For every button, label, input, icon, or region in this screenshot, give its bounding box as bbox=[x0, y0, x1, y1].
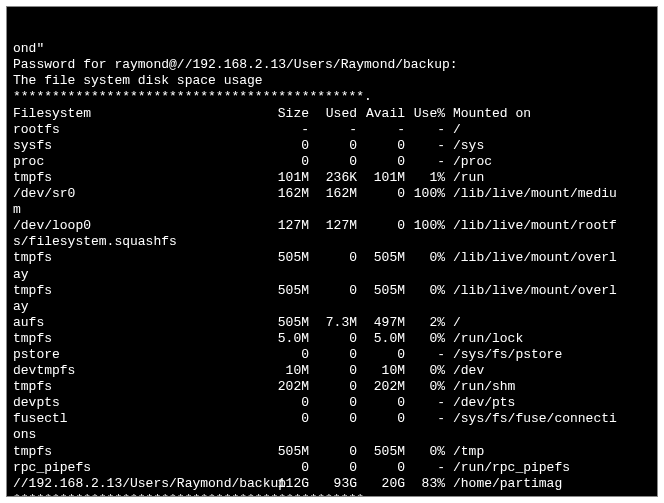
table-header: FilesystemSizeUsedAvailUse%Mounted on bbox=[13, 106, 651, 122]
cell-filesystem: tmpfs bbox=[13, 250, 261, 266]
cell-used: 0 bbox=[309, 154, 357, 170]
cell-filesystem: aufs bbox=[13, 315, 261, 331]
cell-mounted-on: /sys/fs/pstore bbox=[445, 347, 562, 363]
cell-used: 7.3M bbox=[309, 315, 357, 331]
terminal-window[interactable]: ond"Password for raymond@//192.168.2.13/… bbox=[6, 6, 658, 497]
cell-use-pct: - bbox=[405, 122, 445, 138]
cell-avail: 0 bbox=[357, 186, 405, 202]
wrapped-continuation: ay bbox=[13, 299, 651, 315]
table-row: sysfs000-/sys bbox=[13, 138, 651, 154]
cell-size: 10M bbox=[261, 363, 309, 379]
cell-use-pct: 83% bbox=[405, 476, 445, 492]
table-row: //192.168.2.13/Users/Raymond/backup112G9… bbox=[13, 476, 651, 492]
cell-avail: 0 bbox=[357, 154, 405, 170]
cell-filesystem: //192.168.2.13/Users/Raymond/backup bbox=[13, 476, 261, 492]
cell-use-pct: 0% bbox=[405, 444, 445, 460]
cell-filesystem: rootfs bbox=[13, 122, 261, 138]
cell-used: 0 bbox=[309, 138, 357, 154]
cell-used: 162M bbox=[309, 186, 357, 202]
cell-mounted-on: /sys bbox=[445, 138, 484, 154]
cell-use-pct: - bbox=[405, 138, 445, 154]
cell-filesystem: tmpfs bbox=[13, 444, 261, 460]
cell-filesystem: /dev/sr0 bbox=[13, 186, 261, 202]
col-use-pct: Use% bbox=[405, 106, 445, 122]
output-line: ond" bbox=[13, 41, 651, 57]
cell-avail: 505M bbox=[357, 444, 405, 460]
cell-mounted-on: /proc bbox=[445, 154, 492, 170]
cell-used: 236K bbox=[309, 170, 357, 186]
cell-used: 0 bbox=[309, 411, 357, 427]
cell-filesystem: fusectl bbox=[13, 411, 261, 427]
cell-filesystem: devtmpfs bbox=[13, 363, 261, 379]
cell-mounted-on: /run/rpc_pipefs bbox=[445, 460, 570, 476]
col-used: Used bbox=[309, 106, 357, 122]
cell-filesystem: tmpfs bbox=[13, 331, 261, 347]
cell-mounted-on: /tmp bbox=[445, 444, 484, 460]
cell-size: 0 bbox=[261, 154, 309, 170]
table-row: /dev/loop0127M127M0100%/lib/live/mount/r… bbox=[13, 218, 651, 234]
cell-avail: 0 bbox=[357, 218, 405, 234]
cell-use-pct: - bbox=[405, 154, 445, 170]
col-size: Size bbox=[261, 106, 309, 122]
cell-used: 0 bbox=[309, 283, 357, 299]
cell-filesystem: tmpfs bbox=[13, 283, 261, 299]
col-mounted-on: Mounted on bbox=[445, 106, 531, 122]
cell-mounted-on: /run bbox=[445, 170, 484, 186]
cell-use-pct: - bbox=[405, 460, 445, 476]
output-line: ****************************************… bbox=[13, 89, 651, 105]
cell-size: 101M bbox=[261, 170, 309, 186]
cell-avail: 505M bbox=[357, 283, 405, 299]
output-line: ****************************************… bbox=[13, 492, 651, 497]
cell-filesystem: /dev/loop0 bbox=[13, 218, 261, 234]
cell-size: 0 bbox=[261, 411, 309, 427]
table-row: /dev/sr0162M162M0100%/lib/live/mount/med… bbox=[13, 186, 651, 202]
cell-use-pct: 0% bbox=[405, 331, 445, 347]
cell-used: 0 bbox=[309, 444, 357, 460]
cell-size: 0 bbox=[261, 460, 309, 476]
cell-mounted-on: /lib/live/mount/overl bbox=[445, 250, 617, 266]
cell-used: 0 bbox=[309, 331, 357, 347]
cell-size: 0 bbox=[261, 138, 309, 154]
cell-mounted-on: /sys/fs/fuse/connecti bbox=[445, 411, 617, 427]
col-avail: Avail bbox=[357, 106, 405, 122]
cell-avail: 497M bbox=[357, 315, 405, 331]
cell-mounted-on: /run/lock bbox=[445, 331, 523, 347]
cell-avail: 10M bbox=[357, 363, 405, 379]
cell-size: 202M bbox=[261, 379, 309, 395]
cell-mounted-on: /home/partimag bbox=[445, 476, 562, 492]
cell-avail: 0 bbox=[357, 347, 405, 363]
cell-filesystem: sysfs bbox=[13, 138, 261, 154]
table-row: devpts000-/dev/pts bbox=[13, 395, 651, 411]
cell-avail: 0 bbox=[357, 460, 405, 476]
cell-size: 505M bbox=[261, 250, 309, 266]
cell-mounted-on: / bbox=[445, 122, 461, 138]
cell-filesystem: proc bbox=[13, 154, 261, 170]
cell-used: 93G bbox=[309, 476, 357, 492]
wrapped-continuation: m bbox=[13, 202, 651, 218]
cell-size: 505M bbox=[261, 315, 309, 331]
cell-size: 127M bbox=[261, 218, 309, 234]
cell-used: 0 bbox=[309, 460, 357, 476]
cell-use-pct: 100% bbox=[405, 186, 445, 202]
table-row: tmpfs505M0505M0%/lib/live/mount/overl bbox=[13, 250, 651, 266]
cell-size: 0 bbox=[261, 395, 309, 411]
cell-used: 127M bbox=[309, 218, 357, 234]
wrapped-continuation: ay bbox=[13, 267, 651, 283]
table-row: pstore000-/sys/fs/pstore bbox=[13, 347, 651, 363]
cell-use-pct: - bbox=[405, 347, 445, 363]
output-line: The file system disk space usage bbox=[13, 73, 651, 89]
cell-use-pct: - bbox=[405, 395, 445, 411]
cell-size: - bbox=[261, 122, 309, 138]
cell-used: 0 bbox=[309, 250, 357, 266]
cell-filesystem: tmpfs bbox=[13, 170, 261, 186]
cell-mounted-on: / bbox=[445, 315, 461, 331]
cell-size: 162M bbox=[261, 186, 309, 202]
wrapped-continuation: ons bbox=[13, 427, 651, 443]
cell-use-pct: 1% bbox=[405, 170, 445, 186]
output-line: Password for raymond@//192.168.2.13/User… bbox=[13, 57, 651, 73]
cell-avail: - bbox=[357, 122, 405, 138]
cell-use-pct: 0% bbox=[405, 283, 445, 299]
cell-used: - bbox=[309, 122, 357, 138]
table-row: tmpfs101M236K101M1%/run bbox=[13, 170, 651, 186]
cell-use-pct: 0% bbox=[405, 363, 445, 379]
